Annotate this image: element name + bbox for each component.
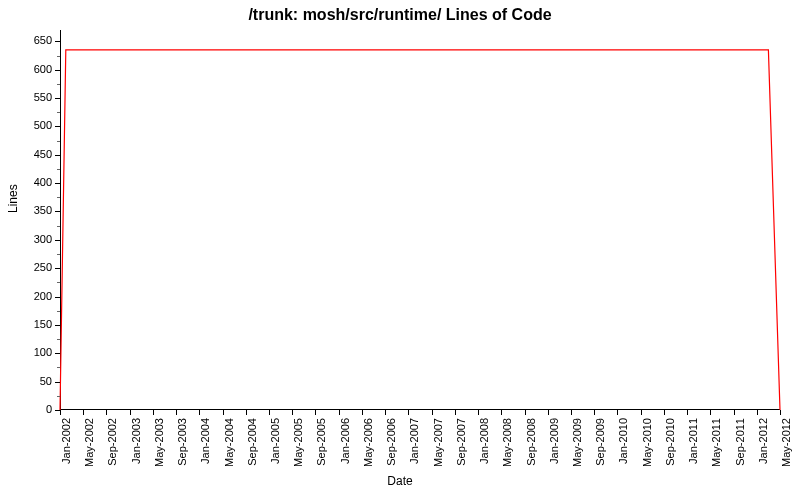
- x-tick-label: Jan-2012: [757, 418, 769, 464]
- x-tick-label: Sep-2006: [385, 418, 397, 466]
- x-tick-label: Jan-2002: [60, 418, 72, 464]
- x-tick-label: Sep-2010: [664, 418, 676, 466]
- y-tick-label: 500: [2, 119, 52, 131]
- y-tick-label: 550: [2, 91, 52, 103]
- x-tick-label: Sep-2007: [455, 418, 467, 466]
- x-tick-label: Jan-2008: [478, 418, 490, 464]
- x-tick-label: May-2008: [501, 418, 513, 467]
- x-tick-label: May-2010: [641, 418, 653, 467]
- y-tick-label: 450: [2, 148, 52, 160]
- x-tick-label: May-2003: [153, 418, 165, 467]
- x-tick-label: Sep-2005: [315, 418, 327, 466]
- x-tick-label: Sep-2003: [176, 418, 188, 466]
- x-tick-label: Sep-2011: [734, 418, 746, 466]
- x-tick-label: May-2011: [710, 418, 722, 467]
- x-tick-label: Jan-2007: [408, 418, 420, 464]
- y-tick-label: 0: [2, 403, 52, 415]
- x-tick-label: May-2007: [432, 418, 444, 467]
- y-tick-label: 600: [2, 63, 52, 75]
- x-tick-label: Sep-2004: [246, 418, 258, 466]
- x-tick-label: Sep-2008: [525, 418, 537, 466]
- data-series: [60, 30, 780, 410]
- y-tick-label: 100: [2, 346, 52, 358]
- x-tick-label: Jan-2005: [269, 418, 281, 464]
- x-tick-label: Jan-2004: [199, 418, 211, 464]
- x-tick-label: May-2002: [83, 418, 95, 467]
- x-tick-label: Sep-2009: [594, 418, 606, 466]
- x-tick-label: Sep-2002: [106, 418, 118, 466]
- x-tick-label: Jan-2003: [130, 418, 142, 464]
- x-tick-label: May-2009: [571, 418, 583, 467]
- x-tick-label: May-2006: [362, 418, 374, 467]
- chart-title: /trunk: mosh/src/runtime/ Lines of Code: [0, 6, 800, 24]
- y-tick-label: 400: [2, 176, 52, 188]
- x-tick-label: Jan-2006: [339, 418, 351, 464]
- y-tick-label: 300: [2, 233, 52, 245]
- y-tick-label: 200: [2, 290, 52, 302]
- y-tick-label: 350: [2, 204, 52, 216]
- x-tick-label: Jan-2009: [548, 418, 560, 464]
- x-tick-label: Jan-2011: [687, 418, 699, 464]
- x-axis-label: Date: [0, 474, 800, 488]
- y-tick-label: 250: [2, 261, 52, 273]
- loc-chart: /trunk: mosh/src/runtime/ Lines of Code …: [0, 0, 800, 500]
- x-tick-label: Jan-2010: [617, 418, 629, 464]
- x-tick-label: May-2012: [780, 418, 792, 467]
- y-tick-label: 50: [2, 375, 52, 387]
- y-tick-label: 150: [2, 318, 52, 330]
- x-tick-label: May-2005: [292, 418, 304, 467]
- y-tick-label: 650: [2, 34, 52, 46]
- x-tick-label: May-2004: [223, 418, 235, 467]
